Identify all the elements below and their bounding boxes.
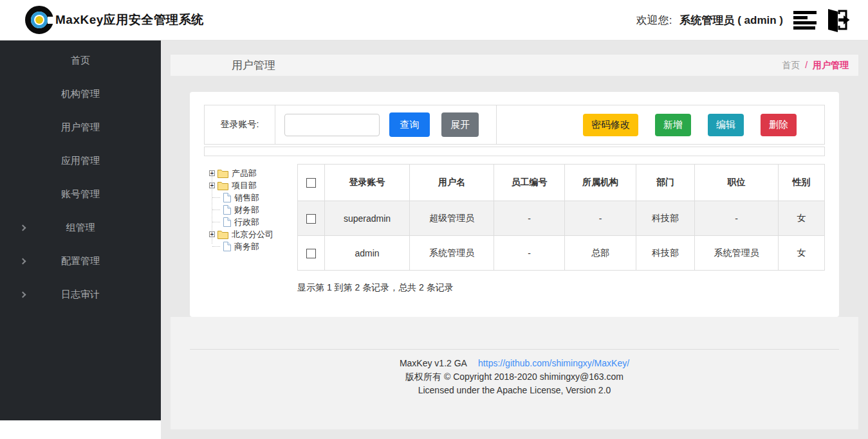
pagination-summary: 显示第 1 到第 2 条记录，总共 2 条记录 [297,282,825,294]
users-table-wrap: 登录账号 用户名 员工编号 所属机构 部门 职位 性别 [297,164,825,294]
expand-button[interactable]: 展开 [441,112,479,137]
row-checkbox[interactable] [306,249,316,258]
column-header-gender: 性别 [779,165,825,201]
table-cell: 科技部 [636,236,695,271]
tree-and-table: 产品部 项目部 销售部 [204,164,825,294]
change-password-button[interactable]: 密码修改 [583,114,638,136]
select-all-checkbox[interactable] [306,178,316,188]
tree-node-finance[interactable]: 财务部 [204,204,297,216]
logout-icon[interactable] [820,5,850,35]
sidebar-item-label: 应用管理 [61,155,100,166]
action-button-group: 密码修改 新增 编辑 删除 [583,114,824,136]
menu-list-icon[interactable] [793,11,817,30]
expand-toggle-icon[interactable] [209,231,215,237]
footer-section: MaxKey v1.2 GA https://github.com/shimin… [171,317,858,429]
table-cell: - [494,201,565,236]
login-account-input[interactable] [284,114,380,136]
table-cell: 女 [779,201,825,236]
tree-node-label: 财务部 [234,204,259,216]
table-cell: 总部 [565,236,636,271]
tree-node-label: 商务部 [234,241,259,253]
file-icon [223,217,231,227]
table-cell: 超级管理员 [410,201,494,236]
table-cell: 科技部 [636,201,695,236]
chevron-right-icon [20,292,26,298]
collapsed-search-strip [204,147,825,156]
tree-connector [212,210,220,210]
breadcrumb: 首页 / 用户管理 [782,60,849,71]
tree-connector [212,197,220,198]
tree-node-admin-dept[interactable]: 行政部 [204,216,297,228]
breadcrumb-home-link[interactable]: 首页 [782,60,800,70]
column-header-login: 登录账号 [325,165,410,201]
sidebar-item-label: 账号管理 [61,188,100,199]
brand: MaxKey应用安全管理系统 [24,5,204,35]
sidebar-item-log-audit[interactable]: 日志审计 [0,278,161,311]
footer-text: MaxKey v1.2 GA https://github.com/shimin… [171,357,858,397]
search-label: 登录账号: [205,105,275,144]
edit-button[interactable]: 编辑 [708,114,744,136]
sidebar-item-label: 首页 [71,55,90,66]
table-cell: - [565,201,636,236]
footer-license: Licensed under the Apache License, Versi… [171,384,858,397]
folder-icon [217,181,228,190]
footer-version-line: MaxKey v1.2 GA https://github.com/shimin… [171,357,858,370]
table-cell: 女 [779,236,825,271]
tree-node-beijing-branch[interactable]: 北京分公司 [204,228,297,240]
table-row[interactable]: admin 系统管理员 - 总部 科技部 系统管理员 女 [298,236,825,271]
main-content: 用户管理 首页 / 用户管理 登录账号: 查询 展开 密码修改 新增 编辑 删除 [161,40,868,439]
toolbar-divider [496,105,497,144]
sidebar-item-config-management[interactable]: 配置管理 [0,244,161,278]
tree-connector [212,246,220,247]
github-link[interactable]: https://github.com/shimingxy/MaxKey/ [478,358,629,368]
sidebar-item-label: 日志审计 [61,289,100,300]
folder-icon [217,230,228,239]
tree-connector [212,222,220,222]
table-row[interactable]: superadmin 超级管理员 - - 科技部 - 女 [298,201,825,236]
sidebar-item-group-management[interactable]: 组管理 [0,211,161,244]
page-title: 用户管理 [232,58,275,73]
search-toolbar: 登录账号: 查询 展开 密码修改 新增 编辑 删除 [204,105,825,145]
tree-node-project[interactable]: 项目部 [204,179,297,192]
tree-node-label: 项目部 [232,180,257,192]
breadcrumb-current: 用户管理 [813,60,849,70]
expand-toggle-icon[interactable] [209,170,215,176]
sidebar-item-home[interactable]: 首页 [0,44,161,77]
add-button[interactable]: 新增 [655,114,691,136]
current-user-label: 系统管理员 ( admin ) [679,13,783,28]
table-cell: 系统管理员 [695,236,779,271]
header-right: 欢迎您: 系统管理员 ( admin ) [636,5,850,35]
maxkey-logo-icon [24,5,54,35]
expand-toggle-icon[interactable] [209,183,215,188]
chevron-right-icon [20,258,26,265]
sidebar-item-app-management[interactable]: 应用管理 [0,144,161,177]
tree-node-label: 行政部 [234,217,259,228]
sidebar-item-user-management[interactable]: 用户管理 [0,111,161,144]
sidebar-item-label: 用户管理 [61,121,100,132]
tree-node-product[interactable]: 产品部 [204,167,297,179]
sidebar-item-label: 配置管理 [61,255,100,266]
column-header-username: 用户名 [410,165,494,201]
table-cell: admin [325,236,410,271]
select-all-cell [298,165,325,201]
file-icon [223,193,231,202]
chevron-right-icon [20,225,26,231]
sidebar-item-label: 组管理 [66,222,95,233]
tree-node-label: 北京分公司 [232,229,273,240]
footer-copyright: 版权所有 © Copyright 2018-2020 shimingxy@163… [171,370,858,384]
row-select-cell [298,201,325,236]
query-button[interactable]: 查询 [389,112,430,137]
table-cell: - [695,201,779,236]
sidebar-item-label: 机构管理 [61,88,100,99]
tree-node-business-dept[interactable]: 商务部 [204,240,297,253]
sidebar-item-org-management[interactable]: 机构管理 [0,77,161,111]
brand-title: MaxKey应用安全管理系统 [55,12,204,28]
tree-node-label: 产品部 [232,168,257,179]
delete-button[interactable]: 删除 [761,114,797,136]
table-cell: - [494,236,565,271]
tree-node-sales[interactable]: 销售部 [204,192,297,204]
folder-icon [217,169,228,178]
row-checkbox[interactable] [306,214,316,224]
sidebar-item-account-management[interactable]: 账号管理 [0,177,161,211]
column-header-employee-no: 员工编号 [494,165,565,201]
